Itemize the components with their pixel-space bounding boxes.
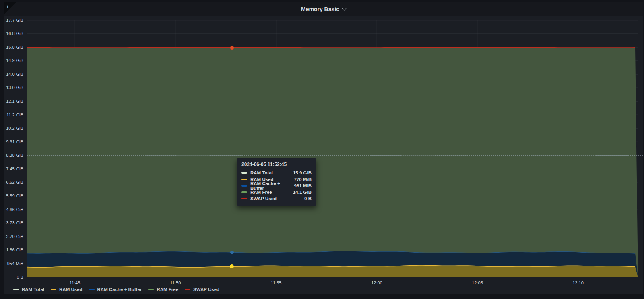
- tooltip-series-value: 981 MiB: [294, 183, 312, 188]
- y-axis-label: 7.45 GiB: [1, 166, 23, 171]
- tooltip-row-ram-total: RAM Total 15.9 GiB: [242, 170, 312, 176]
- series-area: [27, 265, 638, 277]
- tooltip-row-ram-cache-buffer: RAM Cache + Buffer 981 MiB: [242, 183, 312, 189]
- y-axis-label: 954 MiB: [1, 261, 23, 266]
- series-color-swatch: [242, 191, 247, 193]
- legend-color-swatch: [185, 289, 190, 290]
- series-color-swatch: [242, 179, 247, 180]
- y-axis-label: 16.8 GiB: [1, 31, 23, 36]
- hover-point-ram-cache: [230, 251, 234, 254]
- y-axis-label: 15.8 GiB: [1, 45, 23, 50]
- tooltip-series-value: 770 MiB: [294, 177, 312, 182]
- y-axis-label: 13.0 GiB: [1, 85, 23, 90]
- hover-point-swap-used: [230, 46, 234, 50]
- legend-color-swatch: [13, 289, 19, 290]
- hover-point-ram-used: [230, 264, 234, 268]
- series-color-swatch: [242, 185, 247, 187]
- y-axis-label: 14.9 GiB: [1, 58, 23, 63]
- y-axis-label: 2.79 GiB: [1, 234, 23, 239]
- x-axis-label: 12:05: [465, 280, 489, 285]
- legend-item-label: RAM Cache + Buffer: [97, 287, 142, 292]
- grafana-panel-page: Memory Basic i 17.7 GiB16.8 GiB15.8 GiB1…: [0, 0, 644, 299]
- y-axis-label: 5.59 GiB: [1, 193, 23, 198]
- tooltip-timestamp: 2024-06-05 11:52:45: [242, 162, 312, 167]
- y-axis-label: 12.1 GiB: [1, 99, 23, 104]
- y-axis-label: 0 B: [1, 275, 23, 280]
- y-axis-label: 1.86 GiB: [1, 247, 23, 252]
- y-axis-label: 8.38 GiB: [1, 153, 23, 158]
- legend-item-ram-cache-buffer[interactable]: RAM Cache + Buffer: [89, 287, 142, 292]
- y-axis-label: 14.0 GiB: [1, 72, 23, 77]
- x-axis-label: 12:00: [365, 280, 389, 285]
- y-axis-label: 10.2 GiB: [1, 126, 23, 131]
- plot-canvas: [27, 20, 638, 277]
- series-line: [27, 48, 635, 48]
- y-axis-label: 3.73 GiB: [1, 220, 23, 225]
- legend-item-label: RAM Used: [59, 287, 83, 292]
- legend-item-swap-used[interactable]: SWAP Used: [185, 287, 219, 292]
- y-axis-label: 6.52 GiB: [1, 180, 23, 185]
- legend: RAM Total RAM Used RAM Cache + Buffer RA…: [13, 287, 226, 292]
- legend-item-label: RAM Total: [22, 287, 44, 292]
- x-axis-label: 11:50: [163, 280, 188, 285]
- tooltip-series-value: 14.1 GiB: [293, 190, 312, 195]
- y-axis-label: 9.31 GiB: [1, 139, 23, 144]
- legend-color-swatch: [148, 289, 154, 290]
- tooltip-row-ram-free: RAM Free 14.1 GiB: [242, 189, 312, 195]
- tooltip-series-value: 15.9 GiB: [293, 170, 312, 175]
- series-color-swatch: [242, 198, 247, 199]
- crosshair-horizontal: [27, 155, 643, 156]
- x-axis-label: 12:10: [566, 280, 590, 285]
- tooltip-series-label: RAM Cache + Buffer: [250, 181, 290, 191]
- legend-item-label: RAM Free: [157, 287, 178, 292]
- crosshair-vertical: [232, 20, 232, 277]
- tooltip-series-value: 0 B: [304, 196, 312, 201]
- y-axis-label: 17.7 GiB: [1, 18, 23, 23]
- x-axis-label: 11:45: [63, 280, 87, 285]
- tooltip-series-label: RAM Total: [250, 170, 289, 175]
- legend-item-ram-free[interactable]: RAM Free: [148, 287, 178, 292]
- x-axis-label: 11:55: [264, 280, 288, 285]
- chart-tooltip: 2024-06-05 11:52:45 RAM Total 15.9 GiB R…: [237, 158, 316, 206]
- series-area: [27, 48, 638, 277]
- y-axis-label: 4.66 GiB: [1, 207, 23, 212]
- memory-chart[interactable]: 17.7 GiB16.8 GiB15.8 GiB14.9 GiB14.0 GiB…: [0, 0, 644, 299]
- legend-item-ram-total[interactable]: RAM Total: [13, 287, 44, 292]
- legend-color-swatch: [51, 289, 56, 290]
- y-axis-label: 11.2 GiB: [1, 112, 23, 117]
- legend-color-swatch: [89, 289, 95, 290]
- tooltip-row-swap-used: SWAP Used 0 B: [242, 195, 312, 202]
- tooltip-series-label: SWAP Used: [250, 196, 300, 201]
- series-color-swatch: [242, 172, 247, 174]
- legend-item-label: SWAP Used: [193, 287, 219, 292]
- legend-item-ram-used[interactable]: RAM Used: [51, 287, 83, 292]
- tooltip-series-label: RAM Free: [250, 190, 289, 195]
